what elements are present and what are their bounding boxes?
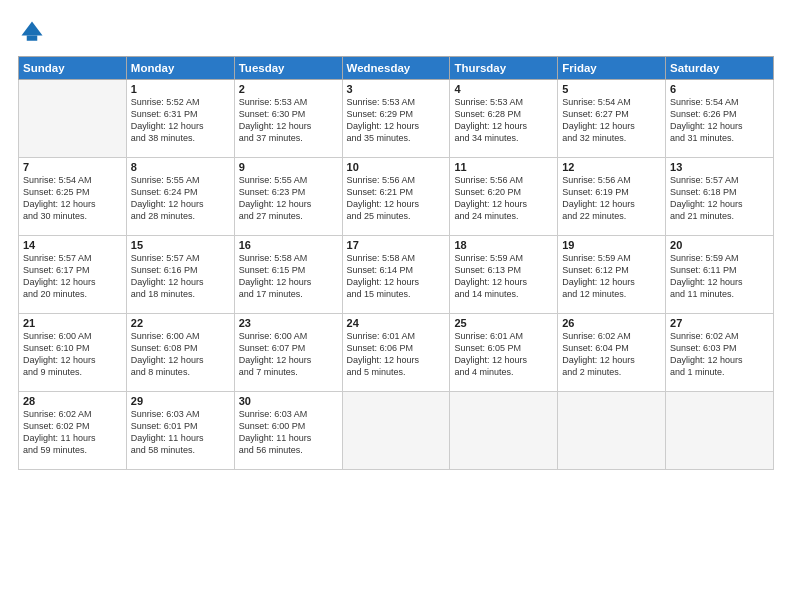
day-number: 29 — [131, 395, 230, 407]
calendar-header-sunday: Sunday — [19, 57, 127, 80]
day-detail: Sunrise: 5:58 AM Sunset: 6:14 PM Dayligh… — [347, 252, 446, 301]
day-number: 16 — [239, 239, 338, 251]
day-number: 5 — [562, 83, 661, 95]
calendar-week-2: 7Sunrise: 5:54 AM Sunset: 6:25 PM Daylig… — [19, 158, 774, 236]
day-number: 20 — [670, 239, 769, 251]
calendar-header-wednesday: Wednesday — [342, 57, 450, 80]
day-number: 3 — [347, 83, 446, 95]
calendar-header-thursday: Thursday — [450, 57, 558, 80]
day-detail: Sunrise: 5:59 AM Sunset: 6:12 PM Dayligh… — [562, 252, 661, 301]
logo — [18, 18, 50, 46]
calendar-cell: 7Sunrise: 5:54 AM Sunset: 6:25 PM Daylig… — [19, 158, 127, 236]
day-number: 10 — [347, 161, 446, 173]
calendar-cell: 17Sunrise: 5:58 AM Sunset: 6:14 PM Dayli… — [342, 236, 450, 314]
page: SundayMondayTuesdayWednesdayThursdayFrid… — [0, 0, 792, 612]
calendar-cell: 23Sunrise: 6:00 AM Sunset: 6:07 PM Dayli… — [234, 314, 342, 392]
calendar-cell: 4Sunrise: 5:53 AM Sunset: 6:28 PM Daylig… — [450, 80, 558, 158]
day-number: 23 — [239, 317, 338, 329]
day-number: 30 — [239, 395, 338, 407]
day-number: 13 — [670, 161, 769, 173]
day-number: 7 — [23, 161, 122, 173]
day-detail: Sunrise: 6:00 AM Sunset: 6:07 PM Dayligh… — [239, 330, 338, 379]
day-detail: Sunrise: 5:54 AM Sunset: 6:26 PM Dayligh… — [670, 96, 769, 145]
day-number: 9 — [239, 161, 338, 173]
calendar-week-5: 28Sunrise: 6:02 AM Sunset: 6:02 PM Dayli… — [19, 392, 774, 470]
day-detail: Sunrise: 5:57 AM Sunset: 6:17 PM Dayligh… — [23, 252, 122, 301]
day-detail: Sunrise: 5:56 AM Sunset: 6:21 PM Dayligh… — [347, 174, 446, 223]
calendar-header-friday: Friday — [558, 57, 666, 80]
calendar-cell — [558, 392, 666, 470]
calendar-cell: 20Sunrise: 5:59 AM Sunset: 6:11 PM Dayli… — [666, 236, 774, 314]
calendar-cell: 28Sunrise: 6:02 AM Sunset: 6:02 PM Dayli… — [19, 392, 127, 470]
day-number: 21 — [23, 317, 122, 329]
day-number: 14 — [23, 239, 122, 251]
calendar-cell: 12Sunrise: 5:56 AM Sunset: 6:19 PM Dayli… — [558, 158, 666, 236]
calendar-cell — [342, 392, 450, 470]
calendar-cell: 5Sunrise: 5:54 AM Sunset: 6:27 PM Daylig… — [558, 80, 666, 158]
day-number: 18 — [454, 239, 553, 251]
logo-icon — [18, 18, 46, 46]
day-number: 8 — [131, 161, 230, 173]
calendar-week-1: 1Sunrise: 5:52 AM Sunset: 6:31 PM Daylig… — [19, 80, 774, 158]
calendar-cell: 24Sunrise: 6:01 AM Sunset: 6:06 PM Dayli… — [342, 314, 450, 392]
calendar-cell: 10Sunrise: 5:56 AM Sunset: 6:21 PM Dayli… — [342, 158, 450, 236]
calendar-cell: 16Sunrise: 5:58 AM Sunset: 6:15 PM Dayli… — [234, 236, 342, 314]
calendar-week-4: 21Sunrise: 6:00 AM Sunset: 6:10 PM Dayli… — [19, 314, 774, 392]
day-detail: Sunrise: 6:00 AM Sunset: 6:10 PM Dayligh… — [23, 330, 122, 379]
svg-rect-1 — [27, 36, 38, 41]
day-number: 11 — [454, 161, 553, 173]
calendar-header-tuesday: Tuesday — [234, 57, 342, 80]
calendar-cell: 26Sunrise: 6:02 AM Sunset: 6:04 PM Dayli… — [558, 314, 666, 392]
calendar-cell: 15Sunrise: 5:57 AM Sunset: 6:16 PM Dayli… — [126, 236, 234, 314]
day-number: 26 — [562, 317, 661, 329]
calendar-cell: 18Sunrise: 5:59 AM Sunset: 6:13 PM Dayli… — [450, 236, 558, 314]
day-number: 28 — [23, 395, 122, 407]
day-detail: Sunrise: 5:53 AM Sunset: 6:28 PM Dayligh… — [454, 96, 553, 145]
calendar-header-saturday: Saturday — [666, 57, 774, 80]
calendar-cell: 30Sunrise: 6:03 AM Sunset: 6:00 PM Dayli… — [234, 392, 342, 470]
calendar-cell: 22Sunrise: 6:00 AM Sunset: 6:08 PM Dayli… — [126, 314, 234, 392]
day-detail: Sunrise: 6:02 AM Sunset: 6:02 PM Dayligh… — [23, 408, 122, 457]
calendar-cell: 9Sunrise: 5:55 AM Sunset: 6:23 PM Daylig… — [234, 158, 342, 236]
day-number: 15 — [131, 239, 230, 251]
day-detail: Sunrise: 5:53 AM Sunset: 6:30 PM Dayligh… — [239, 96, 338, 145]
calendar-cell: 19Sunrise: 5:59 AM Sunset: 6:12 PM Dayli… — [558, 236, 666, 314]
day-detail: Sunrise: 5:58 AM Sunset: 6:15 PM Dayligh… — [239, 252, 338, 301]
day-detail: Sunrise: 5:56 AM Sunset: 6:20 PM Dayligh… — [454, 174, 553, 223]
calendar-header-monday: Monday — [126, 57, 234, 80]
day-detail: Sunrise: 5:54 AM Sunset: 6:25 PM Dayligh… — [23, 174, 122, 223]
day-detail: Sunrise: 5:53 AM Sunset: 6:29 PM Dayligh… — [347, 96, 446, 145]
calendar-table: SundayMondayTuesdayWednesdayThursdayFrid… — [18, 56, 774, 470]
calendar-cell: 14Sunrise: 5:57 AM Sunset: 6:17 PM Dayli… — [19, 236, 127, 314]
day-detail: Sunrise: 5:55 AM Sunset: 6:24 PM Dayligh… — [131, 174, 230, 223]
day-number: 17 — [347, 239, 446, 251]
day-detail: Sunrise: 6:00 AM Sunset: 6:08 PM Dayligh… — [131, 330, 230, 379]
day-number: 27 — [670, 317, 769, 329]
calendar-cell — [450, 392, 558, 470]
day-number: 25 — [454, 317, 553, 329]
calendar-cell: 2Sunrise: 5:53 AM Sunset: 6:30 PM Daylig… — [234, 80, 342, 158]
day-number: 12 — [562, 161, 661, 173]
calendar-cell: 11Sunrise: 5:56 AM Sunset: 6:20 PM Dayli… — [450, 158, 558, 236]
calendar-cell: 1Sunrise: 5:52 AM Sunset: 6:31 PM Daylig… — [126, 80, 234, 158]
day-detail: Sunrise: 6:01 AM Sunset: 6:05 PM Dayligh… — [454, 330, 553, 379]
day-detail: Sunrise: 6:02 AM Sunset: 6:04 PM Dayligh… — [562, 330, 661, 379]
day-number: 4 — [454, 83, 553, 95]
day-detail: Sunrise: 5:54 AM Sunset: 6:27 PM Dayligh… — [562, 96, 661, 145]
day-detail: Sunrise: 6:02 AM Sunset: 6:03 PM Dayligh… — [670, 330, 769, 379]
day-number: 19 — [562, 239, 661, 251]
day-detail: Sunrise: 5:52 AM Sunset: 6:31 PM Dayligh… — [131, 96, 230, 145]
day-number: 1 — [131, 83, 230, 95]
calendar-header-row: SundayMondayTuesdayWednesdayThursdayFrid… — [19, 57, 774, 80]
day-detail: Sunrise: 5:57 AM Sunset: 6:18 PM Dayligh… — [670, 174, 769, 223]
day-number: 6 — [670, 83, 769, 95]
calendar-cell: 25Sunrise: 6:01 AM Sunset: 6:05 PM Dayli… — [450, 314, 558, 392]
calendar-cell: 27Sunrise: 6:02 AM Sunset: 6:03 PM Dayli… — [666, 314, 774, 392]
calendar-cell: 13Sunrise: 5:57 AM Sunset: 6:18 PM Dayli… — [666, 158, 774, 236]
day-detail: Sunrise: 6:03 AM Sunset: 6:00 PM Dayligh… — [239, 408, 338, 457]
day-detail: Sunrise: 6:01 AM Sunset: 6:06 PM Dayligh… — [347, 330, 446, 379]
header — [18, 18, 774, 46]
calendar-cell: 29Sunrise: 6:03 AM Sunset: 6:01 PM Dayli… — [126, 392, 234, 470]
svg-marker-0 — [22, 22, 43, 36]
calendar-cell — [19, 80, 127, 158]
